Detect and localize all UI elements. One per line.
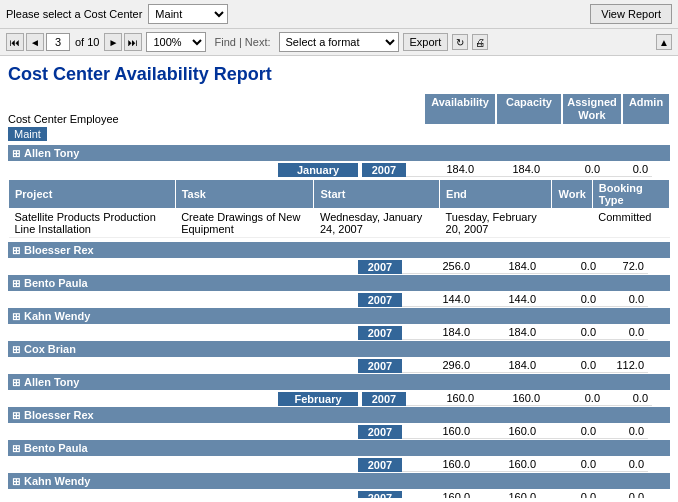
admin-cell: 0.0 <box>600 424 648 439</box>
year-label: 2007 <box>358 260 402 274</box>
admin-cell: 0.0 <box>604 162 652 177</box>
print-icon[interactable]: 🖨 <box>472 34 488 50</box>
assigned-cell: 0.0 <box>544 162 604 177</box>
employee-row[interactable]: ⊞ Kahn Wendy <box>8 308 670 324</box>
employee-name: Bloesser Rex <box>24 409 224 421</box>
expand-icon: ⊞ <box>12 148 20 159</box>
expand-icon: ⊞ <box>12 344 20 355</box>
admin-cell: 112.0 <box>600 358 648 373</box>
data-row: 2007160.0 160.0 0.0 0.0 <box>8 490 670 498</box>
admin-cell: 0.0 <box>600 457 648 472</box>
format-select[interactable]: Select a format <box>279 32 399 52</box>
admin-cell: 0.0 <box>604 391 652 406</box>
assigned-work-header: AssignedWork <box>562 93 622 125</box>
first-page-button[interactable]: ⏮ <box>6 33 24 51</box>
month-label: January <box>278 163 358 177</box>
project-table-header: Task <box>175 180 314 209</box>
capacity-cell: 184.0 <box>474 325 540 340</box>
project-table: ProjectTaskStartEndWorkBooking TypeSatel… <box>8 179 670 238</box>
capacity-cell: 160.0 <box>474 424 540 439</box>
expand-icon: ⊞ <box>12 245 20 256</box>
refresh-icon[interactable]: ↻ <box>452 34 468 50</box>
month-label: February <box>278 392 358 406</box>
data-row: 2007184.0 184.0 0.0 0.0 <box>8 325 670 340</box>
project-table-header: Work <box>552 180 592 209</box>
employee-name: Bento Paula <box>24 442 224 454</box>
collapse-button[interactable]: ▲ <box>656 34 672 50</box>
employee-row[interactable]: ⊞ Cox Brian <box>8 341 670 357</box>
employee-name: Cox Brian <box>24 343 224 355</box>
cost-center-selector: Please select a Cost Center Maint <box>6 4 228 24</box>
assigned-cell: 0.0 <box>540 325 600 340</box>
data-row: 2007296.0 184.0 0.0 112.0 <box>8 358 670 373</box>
availability-cell: 184.0 <box>402 325 474 340</box>
employee-row[interactable]: ⊞ Bloesser Rex <box>8 242 670 258</box>
capacity-cell: 184.0 <box>474 259 540 274</box>
availability-cell: 160.0 <box>402 457 474 472</box>
find-next-label: Find | Next: <box>214 36 270 48</box>
availability-cell: 144.0 <box>402 292 474 307</box>
employee-row[interactable]: ⊞ Bento Paula <box>8 440 670 456</box>
toolbar: ⏮ ◄ 3 of 10 ► ⏭ 100% Find | Next: Select… <box>0 29 678 56</box>
employee-column-label: Cost Center Employee <box>8 113 278 125</box>
data-row: 2007160.0 160.0 0.0 0.0 <box>8 457 670 472</box>
project-table-header: End <box>440 180 552 209</box>
admin-cell: 0.0 <box>600 325 648 340</box>
year-label: 2007 <box>362 392 406 406</box>
year-label: 2007 <box>358 326 402 340</box>
availability-cell: 160.0 <box>402 424 474 439</box>
prev-page-button[interactable]: ◄ <box>26 33 44 51</box>
page-number-input[interactable]: 3 <box>46 33 70 51</box>
expand-icon: ⊞ <box>12 377 20 388</box>
table-cell: Wednesday, January 24, 2007 <box>314 209 440 238</box>
year-label: 2007 <box>358 425 402 439</box>
data-row: 2007160.0 160.0 0.0 0.0 <box>8 424 670 439</box>
employee-name: Kahn Wendy <box>24 310 224 322</box>
pagination-nav: ⏮ ◄ 3 of 10 ► ⏭ <box>6 33 142 51</box>
availability-cell: 256.0 <box>402 259 474 274</box>
employee-row[interactable]: ⊞ Allen Tony <box>8 145 670 161</box>
report-title: Cost Center Availability Report <box>8 64 670 85</box>
table-cell: Satellite Products Production Line Insta… <box>9 209 176 238</box>
top-bar: Please select a Cost Center Maint View R… <box>0 0 678 29</box>
column-headers: Cost Center Employee Availability Capaci… <box>8 93 670 125</box>
employee-name: Bento Paula <box>24 277 224 289</box>
last-page-button[interactable]: ⏭ <box>124 33 142 51</box>
employee-row[interactable]: ⊞ Bloesser Rex <box>8 407 670 423</box>
year-label: 2007 <box>358 491 402 498</box>
capacity-cell: 160.0 <box>478 391 544 406</box>
capacity-header: Capacity <box>496 93 562 125</box>
employee-name: Allen Tony <box>24 376 224 388</box>
availability-cell: 184.0 <box>406 162 478 177</box>
zoom-select[interactable]: 100% <box>146 32 206 52</box>
maint-tag: Maint <box>8 127 47 141</box>
employee-name: Bloesser Rex <box>24 244 224 256</box>
table-cell: Committed <box>592 209 669 238</box>
cost-center-dropdown[interactable]: Maint <box>148 4 228 24</box>
project-table-header: Booking Type <box>592 180 669 209</box>
project-table-header: Project <box>9 180 176 209</box>
view-report-button[interactable]: View Report <box>590 4 672 24</box>
expand-icon: ⊞ <box>12 410 20 421</box>
year-label: 2007 <box>358 458 402 472</box>
assigned-cell: 0.0 <box>544 391 604 406</box>
capacity-cell: 184.0 <box>474 358 540 373</box>
next-page-button[interactable]: ► <box>104 33 122 51</box>
availability-cell: 160.0 <box>402 490 474 498</box>
data-row: 2007256.0 184.0 0.0 72.0 <box>8 259 670 274</box>
export-button[interactable]: Export <box>403 33 449 51</box>
employee-row[interactable]: ⊞ Bento Paula <box>8 275 670 291</box>
employee-row[interactable]: ⊞ Kahn Wendy <box>8 473 670 489</box>
expand-icon: ⊞ <box>12 278 20 289</box>
assigned-cell: 0.0 <box>540 292 600 307</box>
data-row: 2007144.0 144.0 0.0 0.0 <box>8 292 670 307</box>
admin-cell: 72.0 <box>600 259 648 274</box>
expand-icon: ⊞ <box>12 443 20 454</box>
admin-header: Admin <box>622 93 670 125</box>
employee-name: Allen Tony <box>24 147 224 159</box>
employee-row[interactable]: ⊞ Allen Tony <box>8 374 670 390</box>
year-label: 2007 <box>362 163 406 177</box>
cost-center-label: Please select a Cost Center <box>6 8 142 20</box>
availability-cell: 160.0 <box>406 391 478 406</box>
capacity-cell: 184.0 <box>478 162 544 177</box>
